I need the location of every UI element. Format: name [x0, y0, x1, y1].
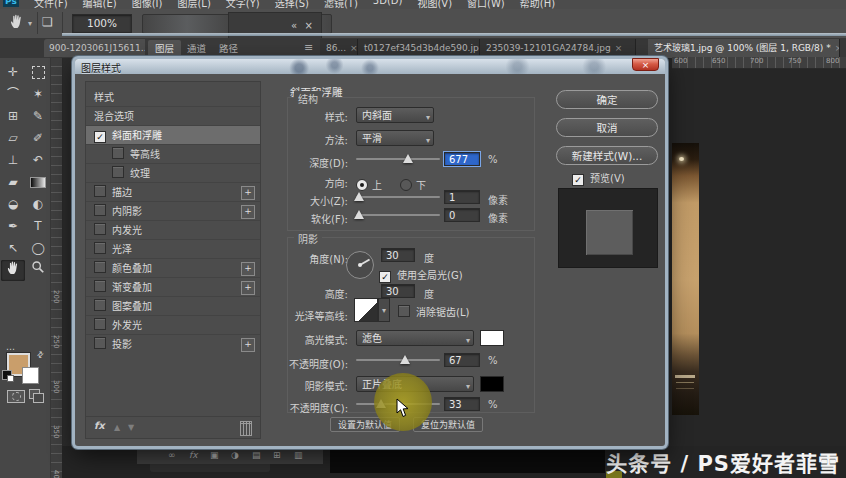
- clone-stamp-tool-icon[interactable]: ⊥: [1, 150, 25, 171]
- collapse-panel-icon[interactable]: «: [291, 21, 297, 31]
- new-layer-icon[interactable]: ⊞: [273, 450, 281, 460]
- size-slider[interactable]: [356, 190, 440, 202]
- list-item-inner-glow[interactable]: 内发光: [86, 221, 260, 240]
- altitude-value-input[interactable]: 30: [381, 284, 415, 298]
- anti-alias-checkbox[interactable]: 消除锯齿(L): [398, 304, 469, 319]
- styles-list-header[interactable]: 样式: [86, 88, 260, 107]
- list-item-inner-shadow[interactable]: 内阴影+: [86, 202, 260, 221]
- list-item-satin[interactable]: 光泽: [86, 240, 260, 259]
- quick-select-tool-icon[interactable]: ✶: [26, 84, 50, 105]
- tool-preset-caret-icon[interactable]: ▾: [28, 19, 32, 28]
- global-light-checkbox[interactable]: ✓使用全局光(G): [379, 267, 463, 283]
- fx-icon[interactable]: fx: [94, 420, 105, 431]
- checkbox-icon[interactable]: [398, 305, 410, 317]
- menu-layer[interactable]: 图层(L): [177, 0, 210, 9]
- checkbox-icon[interactable]: [94, 261, 106, 273]
- zoom-tool-icon[interactable]: [26, 260, 50, 281]
- path-select-tool-icon[interactable]: ↖: [1, 238, 25, 259]
- list-item-outer-glow[interactable]: 外发光: [86, 316, 260, 335]
- checkbox-icon[interactable]: [94, 299, 106, 311]
- panel-menu-icon[interactable]: ≡: [304, 41, 313, 54]
- cancel-button[interactable]: 取消: [556, 118, 658, 137]
- move-up-icon[interactable]: ▲: [114, 423, 120, 432]
- dialog-close-button[interactable]: ×: [632, 58, 659, 71]
- checkbox-icon[interactable]: [94, 204, 106, 216]
- checkbox-icon[interactable]: [94, 223, 106, 235]
- add-effect-icon[interactable]: +: [241, 338, 255, 352]
- background-color-swatch[interactable]: [22, 367, 39, 384]
- menu-help[interactable]: 帮助(H): [520, 0, 555, 9]
- close-tab-icon[interactable]: ×: [350, 43, 358, 53]
- depth-value-input[interactable]: 677: [444, 152, 480, 166]
- move-down-icon[interactable]: ▼: [128, 423, 134, 432]
- delete-effect-icon[interactable]: [240, 421, 252, 436]
- checkbox-checked-icon[interactable]: ✓: [94, 131, 106, 143]
- default-colors-icon[interactable]: [2, 370, 12, 380]
- close-tab-icon[interactable]: ×: [615, 43, 623, 53]
- checkbox-icon[interactable]: [94, 185, 106, 197]
- highlight-mode-dropdown[interactable]: 滤色▾: [356, 330, 474, 346]
- crop-tool-icon[interactable]: ⊞: [1, 106, 25, 127]
- marquee-tool-icon[interactable]: [26, 62, 50, 83]
- list-item-drop-shadow[interactable]: 投影+: [86, 335, 260, 354]
- lasso-tool-icon[interactable]: ⌒: [1, 84, 25, 105]
- shadow-opacity-input[interactable]: 33: [444, 397, 480, 411]
- highlight-opacity-slider[interactable]: [356, 353, 440, 365]
- screen-mode-icon[interactable]: [29, 389, 40, 399]
- style-dropdown[interactable]: 内斜面▾: [356, 107, 434, 123]
- link-layers-icon[interactable]: ∞: [168, 450, 176, 460]
- checkbox-icon[interactable]: [94, 242, 106, 254]
- angle-value-input[interactable]: 30: [381, 248, 415, 262]
- zoom-level-input[interactable]: 100%: [72, 14, 132, 33]
- floating-document-tab[interactable]: 900-1203061J15611...: [44, 39, 154, 57]
- list-item-contour[interactable]: 等高线: [86, 145, 260, 164]
- shadow-color-swatch[interactable]: [480, 376, 504, 392]
- checkbox-icon[interactable]: [94, 318, 106, 330]
- gloss-contour-swatch[interactable]: [354, 298, 378, 322]
- history-brush-tool-icon[interactable]: ↶: [26, 150, 50, 171]
- eyedropper-tool-icon[interactable]: ✎: [26, 106, 50, 127]
- checkbox-checked-icon[interactable]: ✓: [572, 174, 584, 186]
- soften-slider[interactable]: [356, 208, 440, 220]
- swap-colors-icon[interactable]: ⇄: [35, 349, 46, 360]
- layer-mask-icon[interactable]: ▣: [210, 450, 219, 460]
- tab-channels[interactable]: 通道: [180, 40, 213, 58]
- soften-value-input[interactable]: 0: [444, 208, 480, 222]
- menu-type[interactable]: 文字(Y): [226, 0, 260, 9]
- menu-image[interactable]: 图像(I): [132, 0, 163, 9]
- layer-effects-icon[interactable]: fx: [189, 450, 198, 460]
- document-tab[interactable]: 235039-12101GA24784.jpg×: [480, 39, 636, 58]
- menu-file[interactable]: 文件(F): [34, 0, 68, 9]
- type-tool-icon[interactable]: T: [26, 216, 50, 237]
- add-effect-icon[interactable]: +: [241, 205, 255, 219]
- list-item-bevel-emboss[interactable]: ✓斜面和浮雕: [86, 126, 260, 145]
- preview-checkbox[interactable]: ✓预览(V): [572, 170, 625, 186]
- technique-dropdown[interactable]: 平滑▾: [356, 130, 434, 146]
- checkbox-icon[interactable]: [112, 166, 124, 178]
- menu-filter[interactable]: 滤镜(T): [324, 0, 358, 9]
- list-item-gradient-overlay[interactable]: 渐变叠加+: [86, 278, 260, 297]
- checkbox-checked-icon[interactable]: ✓: [379, 271, 391, 283]
- add-effect-icon[interactable]: +: [241, 281, 255, 295]
- list-item-texture[interactable]: 纹理: [86, 164, 260, 183]
- scroll-all-windows-icon[interactable]: ❏: [42, 15, 53, 29]
- hand-tool-icon[interactable]: [1, 260, 25, 281]
- checkbox-icon[interactable]: [94, 337, 106, 349]
- new-style-button[interactable]: 新建样式(W)...: [556, 146, 658, 165]
- list-item-color-overlay[interactable]: 颜色叠加+: [86, 259, 260, 278]
- eraser-tool-icon[interactable]: ▰: [1, 172, 25, 193]
- add-effect-icon[interactable]: +: [241, 262, 255, 276]
- highlight-color-swatch[interactable]: [480, 330, 504, 346]
- blur-tool-icon[interactable]: ◒: [1, 194, 25, 215]
- depth-slider[interactable]: [356, 152, 440, 164]
- fit-screen-button[interactable]: [142, 14, 232, 34]
- menu-window[interactable]: 窗口(W): [467, 0, 505, 9]
- highlight-opacity-input[interactable]: 67: [444, 353, 480, 367]
- tab-paths[interactable]: 路径: [212, 40, 245, 58]
- brush-tool-icon[interactable]: ✐: [26, 128, 50, 149]
- checkbox-icon[interactable]: [94, 280, 106, 292]
- list-item-pattern-overlay[interactable]: 图案叠加: [86, 297, 260, 316]
- document-tab[interactable]: 86...×: [320, 39, 358, 58]
- quick-mask-icon[interactable]: [7, 390, 25, 403]
- shape-tool-icon[interactable]: ◯: [26, 238, 50, 259]
